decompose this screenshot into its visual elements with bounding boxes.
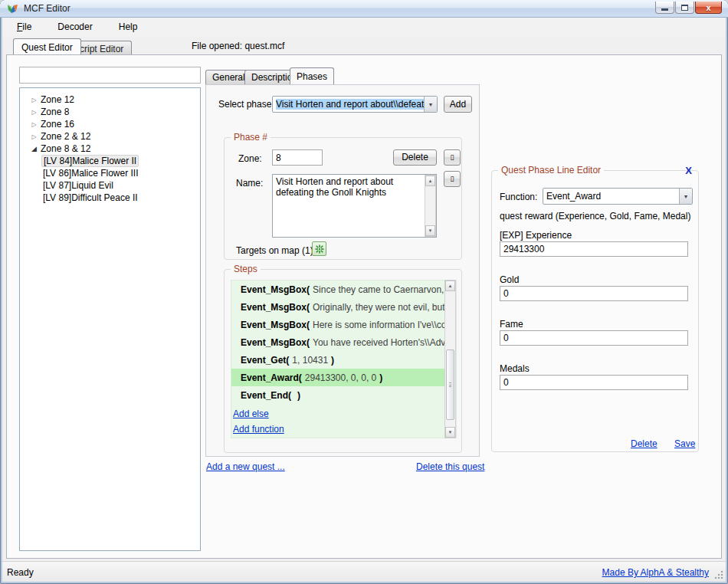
targets-on-map-label: Targets on map (1) xyxy=(236,245,313,256)
tree-item-zone-8[interactable]: ▷Zone 8 xyxy=(21,106,198,118)
exp-label: [EXP] Experience xyxy=(500,230,572,241)
scroll-up-icon[interactable]: ▲ xyxy=(445,281,455,291)
close-line-editor-icon[interactable]: X xyxy=(685,165,692,176)
tree-item-lv84-malice-flower-2[interactable]: [LV 84]Malice Flower II xyxy=(21,155,198,167)
add-phase-button[interactable]: Add xyxy=(444,96,472,113)
function-label: Function: xyxy=(500,192,537,202)
menu-file[interactable]: File xyxy=(14,20,34,34)
phase-combo-value: Visit Horten and report about\\defeating xyxy=(276,99,424,110)
scroll-up-icon[interactable]: ▲ xyxy=(425,176,435,186)
exp-input[interactable] xyxy=(500,241,688,257)
add-new-quest-link[interactable]: Add a new quest ... xyxy=(206,461,285,472)
thumb-grip-icon xyxy=(449,382,451,387)
move-up-button[interactable]: ▯ xyxy=(444,149,461,166)
line-editor-title: Quest Phase Line Editor xyxy=(498,165,604,176)
resize-grip-icon[interactable] xyxy=(714,570,723,579)
tab-quest-editor[interactable]: Quest Editor xyxy=(13,38,81,54)
fame-label: Fame xyxy=(500,319,523,330)
maximize-button[interactable] xyxy=(675,2,694,14)
phase-select-combo[interactable]: Visit Horten and report about\\defeating… xyxy=(272,96,438,113)
collapsed-triangle-icon[interactable]: ▷ xyxy=(29,97,39,103)
scroll-down-icon[interactable]: ▼ xyxy=(445,427,455,438)
main-tab-strip: Quest Editor Script Editor File opened: … xyxy=(2,36,726,54)
title-bar[interactable]: MCF Editor x xyxy=(0,0,728,18)
tree-item-lv86-malice-flower-3[interactable]: [LV 86]Malice Flower III xyxy=(21,167,198,179)
step-row[interactable]: Event_MsgBox(You have received Horten's\… xyxy=(231,333,456,351)
app-logo-icon xyxy=(6,2,19,15)
line-save-link[interactable]: Save xyxy=(674,438,695,449)
add-function-link[interactable]: Add function xyxy=(233,424,456,435)
collapsed-triangle-icon[interactable]: ▷ xyxy=(29,109,39,116)
phase-group-title: Phase # xyxy=(231,132,271,143)
scroll-down-icon[interactable]: ▼ xyxy=(425,225,435,236)
tree-item-lv89-difficult-peace-2[interactable]: [LV 89]Difficult Peace II xyxy=(21,192,198,204)
phase-name-textarea[interactable]: Visit Horten and report about defeating … xyxy=(272,174,437,238)
tab-phases[interactable]: Phases xyxy=(290,67,334,84)
steps-group-title: Steps xyxy=(231,264,261,274)
steps-groupbox: Steps Event_MsgBox(Since they came to Ca… xyxy=(224,269,462,453)
expanded-triangle-icon[interactable]: ◢ xyxy=(29,145,39,153)
select-phase-label: Select phase: xyxy=(218,99,274,110)
gold-label: Gold xyxy=(500,274,519,285)
target-burst-icon xyxy=(315,244,324,254)
chevron-down-icon[interactable]: ▼ xyxy=(679,189,692,204)
zone-input[interactable] xyxy=(272,149,323,166)
menu-decoder[interactable]: Decoder xyxy=(54,20,95,34)
step-row[interactable]: Event_MsgBox(Here is some information I'… xyxy=(231,316,456,333)
quest-editor-page: ▷Zone 12 ▷Zone 8 ▷Zone 16 ▷Zone 2 & 12 ◢… xyxy=(6,54,722,559)
step-row[interactable]: Event_End() xyxy=(231,386,456,404)
tree-item-lv87-liquid-evil[interactable]: [LV 87]Liquid Evil xyxy=(21,179,198,192)
function-combo-value: Event_Award xyxy=(543,191,679,202)
menu-help[interactable]: Help xyxy=(116,20,141,34)
targets-on-map-button[interactable] xyxy=(312,241,326,256)
name-label: Name: xyxy=(236,178,263,189)
add-else-link[interactable]: Add else xyxy=(233,408,456,419)
zone-label: Zone: xyxy=(238,153,262,164)
status-bar: Ready Made By AlphA & Stealthy xyxy=(2,561,726,582)
collapsed-triangle-icon[interactable]: ▷ xyxy=(29,121,39,128)
quest-tree: ▷Zone 12 ▷Zone 8 ▷Zone 16 ▷Zone 2 & 12 ◢… xyxy=(19,87,201,551)
step-row[interactable]: Event_Get(1, 10431) xyxy=(231,351,456,369)
function-description: quest reward (Experience, Gold, Fame, Me… xyxy=(500,211,690,221)
close-button[interactable]: x xyxy=(695,2,722,14)
step-row[interactable]: Event_MsgBox(Since they came to Caernarv… xyxy=(231,281,456,298)
credit-link[interactable]: Made By AlphA & Stealthy xyxy=(602,567,709,578)
name-scrollbar[interactable]: ▲ ▼ xyxy=(425,175,436,237)
move-down-button[interactable]: ▯ xyxy=(444,171,461,187)
function-combo[interactable]: Event_Award ▼ xyxy=(543,188,693,205)
menu-bar: File Decoder Help xyxy=(2,18,726,36)
tree-item-zone-12[interactable]: ▷Zone 12 xyxy=(21,94,198,106)
quest-phase-line-editor: Quest Phase Line Editor X Function: Even… xyxy=(491,170,699,452)
steps-scrollbar[interactable]: ▲ ▼ xyxy=(444,280,456,438)
minimize-button[interactable] xyxy=(655,2,674,14)
minimize-icon xyxy=(661,8,668,11)
collapsed-triangle-icon[interactable]: ▷ xyxy=(29,133,39,140)
phases-panel: Select phase: Visit Horten and report ab… xyxy=(205,84,480,457)
medals-input[interactable] xyxy=(500,375,688,390)
maximize-icon xyxy=(681,5,688,11)
close-icon: x xyxy=(706,3,710,12)
phase-groupbox: Phase # Zone: Delete ▯ ▯ Name: Visit Hor… xyxy=(224,137,462,260)
quest-search-input[interactable] xyxy=(19,67,201,84)
delete-this-quest-link[interactable]: Delete this quest xyxy=(416,461,484,472)
status-ready-label: Ready xyxy=(7,567,34,578)
delete-phase-button[interactable]: Delete xyxy=(393,149,437,166)
file-opened-label: File opened: quest.mcf xyxy=(192,41,284,51)
app-window: MCF Editor x File Decoder Help Quest Edi… xyxy=(0,0,728,584)
steps-list: Event_MsgBox(Since they came to Caernarv… xyxy=(231,280,457,438)
medals-label: Medals xyxy=(500,363,530,374)
window-title: MCF Editor xyxy=(24,3,71,14)
scrollbar-thumb[interactable] xyxy=(446,349,454,420)
tree-item-zone-16[interactable]: ▷Zone 16 xyxy=(21,118,198,130)
tree-item-zone-8-12[interactable]: ◢Zone 8 & 12 xyxy=(21,143,198,155)
chevron-down-icon[interactable]: ▼ xyxy=(424,97,437,112)
step-row-selected[interactable]: Event_Award(29413300, 0, 0, 0) xyxy=(231,369,456,386)
line-delete-link[interactable]: Delete xyxy=(631,438,657,449)
step-row[interactable]: Event_MsgBox(Originally, they were not e… xyxy=(231,298,456,316)
tree-item-zone-2-12[interactable]: ▷Zone 2 & 12 xyxy=(21,130,198,143)
gold-input[interactable] xyxy=(500,286,688,301)
fame-input[interactable] xyxy=(500,330,688,346)
